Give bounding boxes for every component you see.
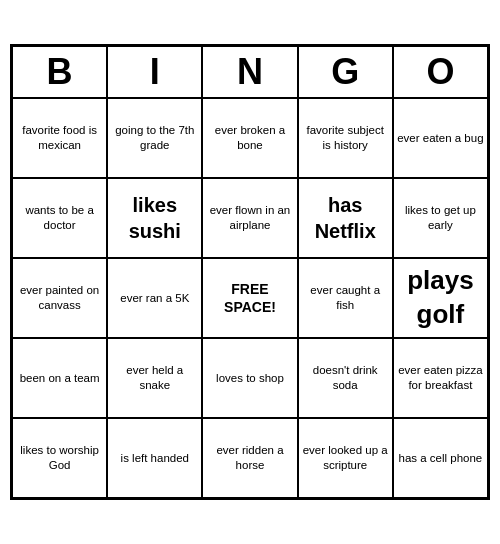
bingo-cell-23: ever looked up a scripture — [298, 418, 393, 498]
header-letter-o: O — [393, 46, 488, 98]
bingo-cell-20: likes to worship God — [12, 418, 107, 498]
bingo-cell-3: favorite subject is history — [298, 98, 393, 178]
bingo-card: BINGO favorite food is mexicangoing to t… — [10, 44, 490, 500]
bingo-cell-4: ever eaten a bug — [393, 98, 488, 178]
bingo-cell-6: likes sushi — [107, 178, 202, 258]
bingo-cell-1: going to the 7th grade — [107, 98, 202, 178]
bingo-header: BINGO — [12, 46, 488, 98]
header-letter-g: G — [298, 46, 393, 98]
bingo-cell-16: ever held a snake — [107, 338, 202, 418]
header-letter-i: I — [107, 46, 202, 98]
bingo-cell-9: likes to get up early — [393, 178, 488, 258]
bingo-cell-18: doesn't drink soda — [298, 338, 393, 418]
bingo-cell-14: plays golf — [393, 258, 488, 338]
bingo-cell-8: has Netflix — [298, 178, 393, 258]
bingo-cell-5: wants to be a doctor — [12, 178, 107, 258]
bingo-cell-11: ever ran a 5K — [107, 258, 202, 338]
bingo-cell-21: is left handed — [107, 418, 202, 498]
bingo-cell-13: ever caught a fish — [298, 258, 393, 338]
header-letter-n: N — [202, 46, 297, 98]
bingo-grid: favorite food is mexicangoing to the 7th… — [12, 98, 488, 498]
bingo-cell-17: loves to shop — [202, 338, 297, 418]
bingo-cell-24: has a cell phone — [393, 418, 488, 498]
bingo-cell-7: ever flown in an airplane — [202, 178, 297, 258]
bingo-cell-22: ever ridden a horse — [202, 418, 297, 498]
bingo-cell-12: FREE SPACE! — [202, 258, 297, 338]
bingo-cell-2: ever broken a bone — [202, 98, 297, 178]
bingo-cell-0: favorite food is mexican — [12, 98, 107, 178]
bingo-cell-15: been on a team — [12, 338, 107, 418]
header-letter-b: B — [12, 46, 107, 98]
bingo-cell-10: ever painted on canvass — [12, 258, 107, 338]
bingo-cell-19: ever eaten pizza for breakfast — [393, 338, 488, 418]
